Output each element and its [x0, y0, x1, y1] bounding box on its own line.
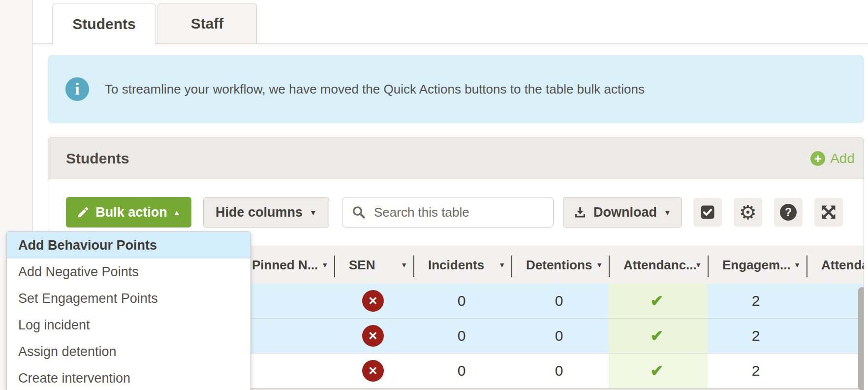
sen-cell: ✕	[351, 354, 395, 388]
search-icon	[351, 205, 366, 220]
fullscreen-button[interactable]	[814, 198, 843, 227]
sort-caret-icon: ▼	[401, 261, 407, 268]
sen-cell: ✕	[351, 319, 395, 353]
sort-caret-icon: ▼	[498, 261, 505, 268]
menu-item-set-engagement-points[interactable]: Set Engagement Points	[7, 285, 250, 312]
cross-circle-icon: ✕	[362, 360, 384, 382]
bulk-action-menu: Add Behaviour Points Add Negative Points…	[6, 231, 251, 390]
info-banner-text: To streamline your workflow, we have mov…	[105, 55, 645, 123]
gear-icon: ⚙	[739, 202, 757, 222]
tab-staff[interactable]: Staff	[157, 3, 257, 44]
column-divider	[708, 256, 709, 277]
info-icon: i	[65, 77, 89, 101]
engagement-cell: 2	[734, 354, 778, 388]
panel-title: Students	[66, 137, 129, 179]
tab-staff-label: Staff	[191, 15, 224, 32]
engagement-cell: 2	[734, 319, 778, 353]
incidents-cell: 0	[439, 354, 484, 388]
download-label: Download	[593, 205, 657, 220]
sort-caret-icon: ▼	[695, 261, 702, 268]
download-button[interactable]: Download ▼	[563, 197, 682, 228]
add-button[interactable]: + Add	[810, 137, 855, 179]
incidents-cell: 0	[439, 319, 484, 353]
check-square-icon	[698, 203, 717, 222]
tab-students-label: Students	[72, 16, 135, 32]
column-header-detentions[interactable]: Detentions ▼	[511, 246, 609, 284]
column-divider	[609, 256, 610, 277]
column-header-incidents[interactable]: Incidents ▼	[413, 246, 511, 284]
caret-up-icon: ▲	[173, 209, 181, 216]
engagement-cell: 2	[734, 284, 778, 318]
tab-students[interactable]: Students	[52, 3, 156, 45]
bulk-action-label: Bulk action	[95, 205, 167, 220]
plus-icon: +	[810, 151, 825, 166]
download-icon	[574, 206, 587, 219]
incidents-cell: 0	[439, 284, 484, 318]
sen-cell: ✕	[351, 284, 395, 318]
attendance-check: ✔	[635, 319, 679, 353]
column-divider	[511, 256, 512, 277]
column-divider	[413, 256, 414, 277]
caret-down-icon: ▼	[664, 209, 671, 216]
search-input[interactable]	[373, 204, 537, 221]
menu-item-assign-detention[interactable]: Assign detention	[7, 338, 250, 365]
add-button-label: Add	[830, 151, 855, 166]
hide-columns-button[interactable]: Hide columns ▼	[203, 197, 329, 228]
menu-item-add-negative-points[interactable]: Add Negative Points	[7, 259, 250, 285]
column-header-engagement[interactable]: Engagem... ▼	[708, 246, 806, 284]
sort-caret-icon: ▼	[794, 261, 801, 268]
check-icon: ✔	[651, 361, 664, 380]
table-scrollbar-thumb[interactable]	[858, 287, 864, 390]
help-button[interactable]: ?	[774, 198, 803, 227]
question-icon: ?	[780, 204, 797, 221]
column-divider	[334, 256, 335, 277]
search-box	[342, 197, 554, 228]
attendance-check: ✔	[635, 284, 679, 318]
menu-item-create-intervention[interactable]: Create intervention	[7, 365, 250, 390]
tasks-button[interactable]	[693, 198, 722, 227]
sort-caret-icon: ▼	[321, 261, 328, 268]
detentions-cell: 0	[537, 319, 581, 353]
column-header-attendance-2[interactable]: Attenda	[806, 246, 864, 284]
caret-down-icon: ▼	[310, 209, 317, 216]
attendance-check: ✔	[635, 354, 679, 388]
column-divider	[806, 256, 807, 277]
hide-columns-label: Hide columns	[216, 205, 303, 220]
expand-arrows-icon	[819, 203, 838, 222]
menu-item-log-incident[interactable]: Log incident	[7, 312, 250, 338]
check-icon: ✔	[651, 292, 664, 310]
settings-button[interactable]: ⚙	[734, 198, 762, 227]
menu-item-add-behaviour-points[interactable]: Add Behaviour Points	[7, 232, 250, 259]
tab-bar-divider	[33, 43, 868, 44]
detentions-cell: 0	[537, 284, 581, 318]
info-banner: i To streamline your workflow, we have m…	[48, 55, 864, 123]
detentions-cell: 0	[537, 354, 581, 388]
cross-circle-icon: ✕	[362, 290, 384, 312]
pencil-icon	[77, 206, 90, 219]
cross-circle-icon: ✕	[362, 325, 384, 347]
panel-header: Students + Add	[48, 137, 864, 179]
column-header-sen[interactable]: SEN ▼	[334, 246, 413, 284]
sort-caret-icon: ▼	[596, 261, 603, 268]
column-header-attendance[interactable]: Attendanc... ▼	[609, 246, 708, 284]
check-icon: ✔	[651, 326, 664, 345]
bulk-action-button[interactable]: Bulk action ▲	[66, 197, 191, 228]
